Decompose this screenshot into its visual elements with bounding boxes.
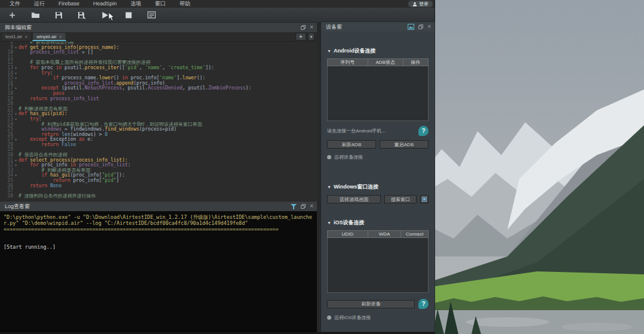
editor-tab-1[interactable]: winpid.air×: [32, 32, 66, 41]
fold-arrow-icon[interactable]: ▾: [13, 66, 19, 71]
save-as-button[interactable]: [77, 10, 87, 20]
close-icon[interactable]: ×: [310, 24, 313, 30]
code-line: 19 return process_info_list: [0, 97, 317, 102]
menu-item-1[interactable]: 运行: [34, 0, 45, 8]
embed-window-button[interactable]: [420, 195, 429, 203]
token: proc_info[: [73, 178, 102, 183]
stop-button[interactable]: [124, 10, 133, 20]
log-line: ========================================…: [4, 226, 313, 232]
restart-adb-button[interactable]: 重启ADB: [380, 140, 429, 149]
fold-spacer: [13, 184, 19, 189]
restore-icon[interactable]: [301, 204, 306, 209]
token: ,: [162, 65, 168, 70]
ios-section-header[interactable]: ▼ iOS设备连接: [327, 219, 429, 227]
token: (pid):: [50, 111, 67, 116]
new-file-button[interactable]: [7, 10, 17, 20]
fold-arrow-icon[interactable]: ▾: [13, 163, 19, 168]
fold-arrow-icon[interactable]: ▾: [13, 173, 19, 178]
token: ():: [197, 75, 205, 81]
open-folder-button[interactable]: [30, 10, 40, 20]
log-viewer-title: Log查看窗: [5, 203, 291, 211]
script-editor-titlebar: 脚本编辑窗 ×: [0, 23, 317, 32]
toolbar: [0, 8, 435, 23]
fold-arrow-icon[interactable]: ▾: [13, 158, 19, 163]
token: lower: [183, 75, 197, 81]
restore-icon[interactable]: [418, 24, 423, 29]
ios-device-list[interactable]: [327, 238, 429, 293]
token: = []: [79, 50, 93, 55]
close-icon[interactable]: ×: [310, 203, 313, 209]
tab-close-icon[interactable]: ×: [59, 34, 62, 39]
menu-item-5[interactable]: 窗口: [155, 0, 166, 8]
token: (process=pid): [139, 126, 177, 132]
search-window-button[interactable]: 搜索窗口: [384, 195, 417, 203]
ios-help-button[interactable]: ?: [418, 299, 429, 309]
token: find_windows: [105, 126, 140, 132]
save-icon: [55, 11, 63, 19]
windows-section-label: Windows窗口连接: [334, 183, 378, 191]
menu-item-3[interactable]: HeadSpin: [93, 0, 117, 8]
collapse-triangle-icon: ▼: [327, 221, 331, 225]
log-filter-icon[interactable]: [291, 204, 297, 209]
fold-spacer: [13, 55, 19, 61]
token: # 连接到符合条件的进程并进行操作: [19, 193, 96, 199]
fold-spacer: [13, 194, 19, 199]
fold-arrow-icon[interactable]: ▾: [13, 76, 19, 81]
fold-arrow-icon[interactable]: ▾: [13, 112, 19, 117]
fold-arrow-icon[interactable]: ▾: [13, 137, 19, 143]
fold-arrow-icon[interactable]: ▾: [13, 71, 19, 76]
table-col-header: ADB状态: [368, 59, 403, 66]
remote-ios-row[interactable]: 远程iOS设备连接: [327, 314, 429, 321]
menu-item-0[interactable]: 文件: [10, 0, 20, 8]
login-button[interactable]: 登录: [408, 1, 433, 7]
token: return: [19, 183, 50, 188]
fold-spacer: [13, 97, 19, 102]
fold-spacer: [13, 107, 19, 112]
token: ]: [116, 178, 119, 183]
android-section-header[interactable]: ▼ Android设备连接: [327, 47, 429, 55]
android-help-button[interactable]: ?: [418, 126, 429, 136]
menu-item-4[interactable]: 选项: [131, 0, 141, 8]
tab-label: winpid.air: [36, 34, 57, 39]
token: AccessDenied: [148, 85, 183, 91]
menu-item-6[interactable]: 帮助: [180, 0, 190, 8]
screenshot-icon[interactable]: [408, 24, 414, 30]
fold-spacer: [13, 101, 19, 107]
new-file-icon: [8, 11, 16, 19]
android-device-list[interactable]: [327, 66, 429, 121]
log-viewer-panel: Log查看窗 × "D:\python\python.exe" -u "D:\D…: [0, 202, 317, 332]
login-label: 登录: [419, 1, 429, 7]
token: as: [79, 137, 87, 142]
collapse-triangle-icon: ▼: [327, 49, 331, 53]
restore-icon[interactable]: [301, 25, 306, 30]
report-button[interactable]: [147, 10, 156, 20]
log-output[interactable]: "D:\python\python.exe" -u "D:\Download\A…: [0, 212, 317, 332]
android-section-label: Android设备连接: [334, 47, 376, 55]
token: process_iter: [85, 65, 119, 70]
menu-item-2[interactable]: Firebase: [58, 0, 79, 8]
fold-arrow-icon[interactable]: ▾: [13, 86, 19, 91]
menu-bar: 文件运行FirebaseHeadSpin选项窗口帮助: [0, 0, 435, 8]
remote-device-row[interactable]: 远程设备连接: [327, 154, 429, 160]
editor-tab-0[interactable]: test1.air×: [1, 32, 32, 41]
new-tab-button[interactable]: +: [295, 33, 306, 41]
log-line: [4, 232, 313, 238]
code-editor[interactable]: 8 # 获取进程信息列表9▾def get_process_info(proce…: [0, 42, 317, 201]
windows-section-header[interactable]: ▼ Windows窗口连接: [327, 183, 429, 191]
save-button[interactable]: [54, 10, 63, 20]
refresh-devices-button[interactable]: 刷新设备: [327, 300, 415, 308]
select-game-screen-button[interactable]: 选择游戏画面: [327, 195, 381, 203]
fold-spacer: [13, 132, 19, 138]
code-text: return None: [19, 184, 61, 189]
tab-list-dropdown[interactable]: ▼: [308, 33, 315, 41]
stop-icon: [125, 12, 132, 18]
script-editor-title: 脚本编辑窗: [5, 24, 301, 32]
fold-arrow-icon[interactable]: ▾: [13, 45, 19, 51]
tab-close-icon[interactable]: ×: [24, 34, 27, 39]
refresh-adb-button[interactable]: 刷新ADB: [327, 140, 376, 149]
fold-arrow-icon[interactable]: ▾: [13, 117, 19, 122]
close-icon[interactable]: ×: [427, 24, 431, 30]
fold-spacer: [13, 81, 19, 86]
remote-ios-label: 远程iOS设备连接: [334, 314, 371, 321]
token: 'pid': [125, 65, 139, 70]
